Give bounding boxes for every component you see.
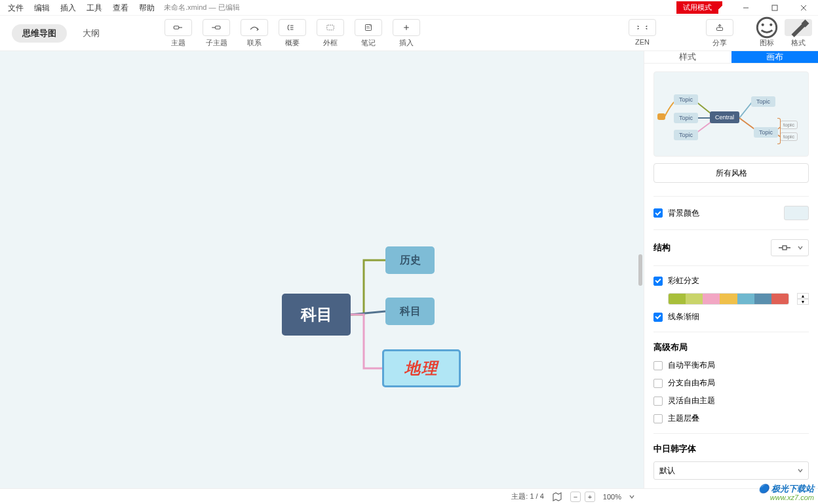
scrollbar-thumb[interactable] [638, 254, 642, 286]
tool-insert[interactable]: 插入 [391, 19, 422, 48]
subtopic-1[interactable]: 历史 [385, 246, 435, 274]
zoom-value[interactable]: 100% [603, 493, 621, 501]
topic-icon [165, 19, 192, 36]
preview-central: Central [710, 111, 739, 123]
svg-rect-4 [174, 26, 179, 29]
tab-outline[interactable]: 大纲 [72, 24, 110, 43]
structure-dropdown[interactable] [771, 239, 809, 256]
toggle-icons-panel[interactable]: 图标 [751, 19, 783, 48]
preview-minitopic: topic [780, 121, 798, 129]
bgcolor-swatch[interactable] [784, 206, 809, 220]
brush-icon [785, 19, 812, 36]
subtopic-3-selected[interactable]: 地理 [382, 349, 461, 387]
section-background: 背景颜色 [653, 196, 809, 229]
status-map-icon[interactable] [552, 492, 562, 501]
cjk-font-select[interactable]: 默认 [653, 461, 809, 480]
checkbox-rainbow[interactable] [653, 277, 663, 286]
chevron-down-icon [798, 245, 803, 250]
tool-label: 概要 [285, 38, 300, 48]
subtopic-icon [203, 19, 230, 36]
label-bgcolor: 背景颜色 [668, 208, 699, 219]
central-topic[interactable]: 科目 [282, 294, 351, 336]
label-overlap: 主题层叠 [668, 413, 699, 424]
panel-body: Topic Topic Topic Central Topic Topic to… [644, 64, 818, 488]
preview-topic: Topic [674, 94, 698, 105]
svg-rect-1 [772, 5, 777, 10]
tool-relation[interactable]: 联系 [239, 19, 270, 48]
zoom-in-button[interactable]: + [585, 492, 595, 502]
menu-view[interactable]: 查看 [107, 0, 134, 16]
menu-tool[interactable]: 工具 [81, 0, 107, 16]
preview-topic: Topic [674, 130, 698, 140]
trial-mode-badge[interactable]: 试用模式 [676, 1, 718, 14]
checkbox-freebranch[interactable] [653, 379, 663, 388]
label-rainbow: 彩虹分支 [668, 275, 699, 286]
zoom-out-button[interactable]: − [570, 492, 581, 502]
label-autobalance: 自动平衡布局 [668, 360, 715, 371]
status-bar: 主题: 1 / 4 − + 100% [0, 488, 818, 504]
canvas[interactable]: 科目 历史 科目 地理 [0, 51, 644, 488]
cjk-font-value: 默认 [659, 465, 675, 476]
connectors [0, 51, 644, 488]
panel-tabs: 样式 画布 [644, 51, 818, 64]
tool-summary[interactable]: 概要 [277, 19, 308, 48]
menu-insert[interactable]: 插入 [55, 0, 81, 16]
checkbox-overlap[interactable] [653, 414, 663, 423]
svg-rect-17 [717, 28, 723, 31]
svg-point-20 [762, 23, 764, 26]
label-advanced: 高级布局 [653, 341, 809, 353]
menu-file[interactable]: 文件 [3, 0, 29, 16]
panel-tab-style[interactable]: 样式 [644, 51, 731, 64]
theme-preview[interactable]: Topic Topic Topic Central Topic Topic to… [653, 71, 809, 157]
checkbox-autobalance[interactable] [653, 361, 663, 370]
tool-zen[interactable]: ZEN [627, 19, 658, 48]
svg-point-19 [757, 18, 776, 37]
toggle-format-panel[interactable]: 格式 [783, 19, 814, 48]
svg-rect-24 [783, 246, 787, 250]
toolbar: 思维导图 大纲 主题 子主题 联系 概要 外框 笔记 插入 [0, 16, 818, 51]
label-structure: 结构 [653, 242, 671, 254]
svg-rect-11 [327, 25, 334, 30]
tool-label: 笔记 [361, 38, 376, 48]
toggle-label: 格式 [791, 38, 806, 48]
section-advanced: 高级布局 自动平衡布局 分支自由布局 灵活自由主题 主题层叠 [653, 332, 809, 433]
zen-icon [629, 19, 656, 36]
panel-tab-canvas[interactable]: 画布 [731, 51, 819, 64]
rainbow-stepper[interactable]: ▲▼ [797, 293, 809, 305]
share-icon [706, 19, 733, 36]
tool-share[interactable]: 分享 [704, 19, 735, 48]
subtopic-2[interactable]: 科目 [385, 298, 435, 325]
section-cjk: 中日韩字体 默认 [653, 433, 809, 488]
section-branch: 彩虹分支 ▲▼ 线条渐细 [653, 265, 809, 332]
checkbox-freetopic[interactable] [653, 397, 663, 406]
panel-toggle-group: 图标 格式 [751, 19, 814, 48]
document-title: 未命名.xmind — 已编辑 [164, 3, 240, 12]
tool-boundary[interactable]: 外框 [315, 19, 346, 48]
label-freebranch: 分支自由布局 [668, 378, 715, 389]
tool-group-main: 主题 子主题 联系 概要 外框 笔记 插入 [163, 19, 422, 48]
svg-rect-7 [216, 26, 221, 29]
tool-subtopic[interactable]: 子主题 [201, 19, 232, 48]
tool-label: 主题 [171, 38, 185, 48]
structure-icon [777, 243, 792, 252]
tool-note[interactable]: 笔记 [353, 19, 384, 48]
checkbox-taper[interactable] [653, 313, 663, 322]
rainbow-palette[interactable] [668, 293, 789, 305]
all-styles-button[interactable]: 所有风格 [653, 163, 809, 183]
checkbox-bgcolor[interactable] [653, 208, 663, 218]
tool-topic[interactable]: 主题 [163, 19, 194, 48]
relation-icon [241, 19, 268, 36]
vertical-scrollbar[interactable] [637, 51, 644, 488]
menu-help[interactable]: 帮助 [134, 0, 160, 16]
menu-edit[interactable]: 编辑 [29, 0, 55, 16]
tool-label: 子主题 [206, 38, 227, 48]
chevron-down-icon[interactable] [629, 494, 634, 499]
svg-point-21 [769, 23, 772, 26]
tab-mindmap[interactable]: 思维导图 [12, 24, 67, 43]
summary-icon [279, 19, 306, 36]
preview-topic: Topic [674, 113, 698, 123]
chevron-down-icon [798, 468, 803, 473]
note-icon [355, 19, 382, 36]
tool-label: ZEN [635, 38, 650, 46]
label-taper: 线条渐细 [668, 311, 699, 322]
